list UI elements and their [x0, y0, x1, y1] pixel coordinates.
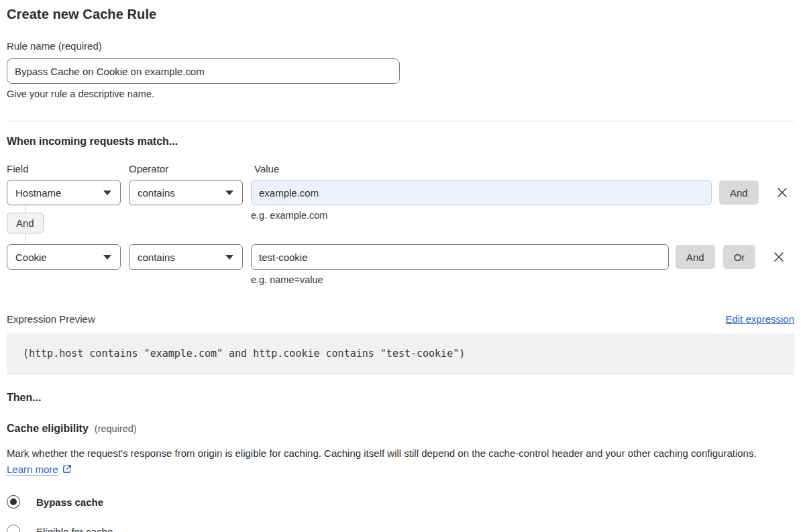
expression-code-block: (http.host contains "example.com" and ht…	[7, 333, 794, 375]
page-title: Create new Cache Rule	[7, 7, 794, 22]
remove-row1-button[interactable]	[774, 184, 790, 201]
row-connector-zone: And e.g. example.com	[7, 205, 794, 244]
create-cache-rule-page: Create new Cache Rule Rule name (require…	[0, 0, 805, 532]
operator-select-row2[interactable]: contains	[129, 244, 243, 270]
required-note: (required)	[95, 423, 137, 434]
field-select-row2-value: Cookie	[15, 252, 47, 263]
operator-select-row1-value: contains	[138, 187, 175, 199]
rule-name-label: Rule name (required)	[7, 40, 102, 52]
radio-eligible-for-cache-label: Eligible for cache	[36, 526, 113, 532]
rule-name-input[interactable]	[7, 58, 400, 84]
field-select-row2[interactable]: Cookie	[7, 244, 121, 270]
chevron-down-icon	[103, 255, 111, 260]
close-icon	[772, 250, 786, 264]
radio-eligible-for-cache[interactable]: Eligible for cache	[7, 525, 794, 532]
expression-header: Expression Preview Edit expression	[7, 313, 794, 325]
connector-and-button[interactable]: And	[7, 213, 44, 233]
radio-button-icon	[7, 525, 20, 532]
cache-eligibility-description: Mark whether the request's response from…	[7, 445, 785, 479]
expression-preview-label: Expression Preview	[7, 313, 95, 325]
section-divider	[7, 121, 794, 121]
field-select-row1-value: Hostname	[15, 187, 61, 199]
chevron-down-icon	[225, 255, 233, 260]
cache-eligibility-heading: Cache eligibility	[7, 423, 89, 435]
value-input-row1[interactable]	[251, 180, 712, 205]
chevron-down-icon	[225, 191, 233, 195]
and-button-row1[interactable]: And	[719, 180, 759, 205]
value-helper-row1: e.g. example.com	[251, 210, 327, 221]
match-column-labels: Field Operator Value	[7, 163, 794, 174]
learn-more-link[interactable]: Learn more	[7, 464, 58, 475]
chevron-down-icon	[103, 191, 111, 195]
operator-select-row1[interactable]: contains	[129, 180, 243, 205]
operator-select-row2-value: contains	[138, 252, 175, 263]
rule-name-helper: Give your rule a descriptive name.	[7, 89, 794, 99]
match-row-2: Cookie contains And Or	[7, 244, 794, 270]
close-icon	[775, 186, 789, 199]
and-button-row2[interactable]: And	[676, 245, 715, 269]
then-heading: Then...	[7, 392, 794, 404]
cache-eligibility-heading-row: Cache eligibility (required)	[7, 423, 794, 435]
field-select-row1[interactable]: Hostname	[7, 180, 121, 205]
value-column-label: Value	[254, 163, 279, 174]
description-text: Mark whether the request's response from…	[7, 447, 757, 459]
external-link-icon	[62, 463, 72, 479]
operator-column-label: Operator	[129, 163, 254, 174]
radio-bypass-cache-label: Bypass cache	[36, 496, 103, 508]
remove-row2-button[interactable]	[771, 249, 787, 265]
rule-name-section: Rule name (required) Give your rule a de…	[7, 40, 794, 99]
radio-bypass-cache[interactable]: Bypass cache	[7, 495, 794, 509]
match-heading: When incoming requests match...	[7, 136, 794, 148]
match-row-1: Hostname contains And	[7, 180, 794, 205]
radio-button-icon	[7, 495, 20, 509]
value-input-row2[interactable]	[251, 244, 669, 270]
or-button-row2[interactable]: Or	[723, 245, 756, 269]
field-column-label: Field	[7, 163, 129, 174]
value-helper-row2: e.g. name=value	[251, 274, 794, 285]
edit-expression-link[interactable]: Edit expression	[725, 313, 794, 325]
